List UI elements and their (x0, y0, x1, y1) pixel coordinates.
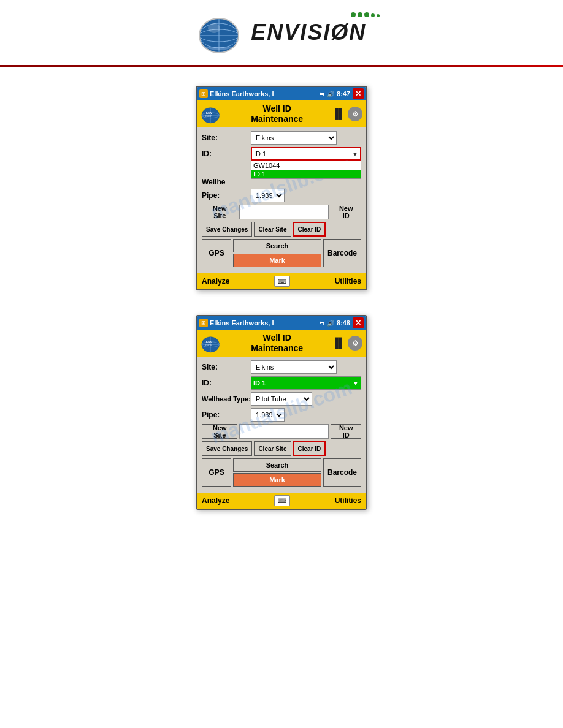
close-button-1[interactable]: ✕ (353, 88, 364, 99)
settings-icon-2[interactable]: ⚙ (348, 336, 362, 351)
id-arrow-2: ▼ (353, 380, 359, 387)
svg-text:ENV: ENV (206, 341, 213, 344)
pipe-select-1[interactable]: 1.939 (251, 189, 285, 202)
settings-icon-1[interactable]: ⚙ (348, 107, 362, 121)
device-1: manualslib.com ⊞ Elkins Earthworks, I ⇆ … (196, 86, 367, 290)
bottom-bar-1: Analyze ⌨ Utilities (197, 273, 366, 289)
site-row-1: Site: Elkins (202, 131, 361, 145)
signal-icon-2: ⇆ (320, 320, 324, 327)
action-row-2: GPS Search Mark Barcode (202, 458, 361, 487)
new-site-input-2[interactable] (239, 424, 329, 439)
site-row-2: Site: Elkins (202, 360, 361, 374)
id-dropdown-value-1: ID 1 (254, 150, 352, 157)
logo-dot-3 (364, 12, 369, 17)
new-id-button-2[interactable]: New ID (331, 424, 361, 439)
barcode-button-1[interactable]: Barcode (323, 239, 361, 267)
pipe-label-2: Pipe: (202, 411, 251, 419)
clock-1: 8:47 (337, 90, 350, 97)
utilities-button-2[interactable]: Utilities (335, 496, 361, 505)
save-row-2: Save Changes Clear Site Clear ID (202, 441, 361, 456)
header-divider (0, 65, 563, 67)
action-row-1: GPS Search Mark Barcode (202, 239, 361, 267)
keyboard-icon-2[interactable]: ⌨ (274, 495, 290, 506)
title-bar-right-1: ⇆ 🔊 8:47 ✕ (320, 88, 364, 99)
app-logo-1: ENV ISION (201, 104, 223, 124)
clear-id-button-2[interactable]: Clear ID (293, 441, 326, 456)
wellhead-label-1: Wellhe (202, 178, 251, 186)
pipe-row-2: Pipe: 1.939 (202, 408, 361, 422)
clear-site-button-1[interactable]: Clear Site (254, 222, 291, 237)
app-header-2: ENV ISION Well ID Maintenance ▐▌ ⚙ (197, 330, 366, 357)
logo-area: ENVISIØN (0, 0, 563, 60)
clear-id-button-1[interactable]: Clear ID (293, 222, 326, 237)
id-label-1: ID: (202, 150, 251, 158)
gps-button-2[interactable]: GPS (202, 458, 231, 487)
clock-2: 8:48 (337, 319, 350, 327)
id-dropdown-list-1: GW1044 ID 1 (251, 161, 361, 179)
clear-site-button-2[interactable]: Clear Site (254, 441, 291, 456)
id-dropdown-display-1[interactable]: ID 1 ▼ (251, 147, 361, 161)
windows-icon-2: ⊞ (199, 319, 208, 327)
save-row-1: Save Changes Clear Site Clear ID (202, 222, 361, 237)
id-dropdown-item-id1[interactable]: ID 1 (251, 170, 361, 178)
site-label-1: Site: (202, 134, 251, 142)
app-icons-right-2: ▐▌ ⚙ (331, 336, 362, 351)
battery-icon-2: ▐▌ (331, 338, 345, 349)
pipe-select-2[interactable]: 1.939 (251, 408, 285, 422)
form-2: Site: Elkins ID: ID 1 ▼ Wellhead Type: P… (197, 357, 366, 493)
mark-button-2[interactable]: Mark (233, 473, 321, 487)
app-name-2: Elkins Earthworks, I (210, 319, 274, 327)
new-site-button-1[interactable]: New Site (202, 205, 237, 219)
svg-point-5 (208, 23, 220, 33)
device-2: manualslib.com ⊞ Elkins Earthworks, I ⇆ … (196, 315, 367, 510)
search-button-1[interactable]: Search (233, 239, 321, 252)
id-label-2: ID: (202, 379, 251, 387)
volume-icon-1: 🔊 (327, 91, 334, 97)
app-header-1: ENV ISION Well ID Maintenance ▐▌ ⚙ (197, 100, 366, 127)
id-dropdown-1[interactable]: ID 1 ▼ GW1044 ID 1 (251, 147, 361, 161)
site-select-1[interactable]: Elkins (251, 131, 337, 145)
id-row-1: ID: ID 1 ▼ GW1044 ID 1 (202, 147, 361, 161)
keyboard-icon-1[interactable]: ⌨ (274, 276, 290, 287)
analyze-button-1[interactable]: Analyze (202, 277, 229, 286)
close-button-2[interactable]: ✕ (353, 317, 364, 328)
svg-text:ENV: ENV (206, 112, 213, 115)
title-bar-2: ⊞ Elkins Earthworks, I ⇆ 🔊 8:48 ✕ (197, 316, 366, 330)
id-row-2: ID: ID 1 ▼ (202, 376, 361, 390)
new-row-1: New Site New ID (202, 205, 361, 219)
analyze-button-2[interactable]: Analyze (202, 496, 229, 505)
pipe-label-1: Pipe: (202, 191, 251, 200)
site-select-2[interactable]: Elkins (251, 360, 337, 374)
id-field-2[interactable]: ID 1 ▼ (251, 376, 361, 390)
title-bar-1: ⊞ Elkins Earthworks, I ⇆ 🔊 8:47 ✕ (197, 87, 366, 100)
gps-button-1[interactable]: GPS (202, 239, 231, 267)
logo-dot-4 (371, 13, 375, 17)
new-site-button-2[interactable]: New Site (202, 424, 237, 439)
app-title-2: Well ID Maintenance (223, 333, 331, 354)
save-changes-button-2[interactable]: Save Changes (202, 441, 252, 456)
app-name-1: Elkins Earthworks, I (210, 90, 274, 97)
bottom-bar-2: Analyze ⌨ Utilities (197, 493, 366, 509)
logo-dot-1 (351, 12, 356, 17)
wellhead-row-1: Wellhe (202, 178, 361, 186)
id-value-2: ID 1 (253, 379, 353, 387)
save-changes-button-1[interactable]: Save Changes (202, 222, 252, 237)
mark-button-1[interactable]: Mark (233, 254, 321, 267)
pipe-row-1: Pipe: 1.939 (202, 189, 361, 202)
app-icons-right-1: ▐▌ ⚙ (331, 107, 362, 121)
wellhead-type-select-2[interactable]: Pitot Tube (251, 392, 312, 406)
logo-text: ENVISIØN (251, 20, 366, 45)
form-1: Site: Elkins ID: ID 1 ▼ GW1044 ID 1 (197, 127, 366, 273)
new-site-input-1[interactable] (239, 205, 329, 219)
barcode-button-2[interactable]: Barcode (323, 458, 361, 487)
wellhead-type-label-2: Wellhead Type: (202, 395, 251, 403)
id-dropdown-item-gw1044[interactable]: GW1044 (251, 161, 361, 170)
new-id-button-1[interactable]: New ID (331, 205, 361, 219)
search-button-2[interactable]: Search (233, 458, 321, 472)
search-mark-container-1: Search Mark (233, 239, 321, 267)
app-title-1: Well ID Maintenance (223, 104, 331, 124)
logo-globe-icon (197, 11, 246, 54)
devices-container: manualslib.com ⊞ Elkins Earthworks, I ⇆ … (0, 86, 563, 534)
signal-icon-1: ⇆ (320, 91, 324, 97)
utilities-button-1[interactable]: Utilities (335, 277, 361, 286)
